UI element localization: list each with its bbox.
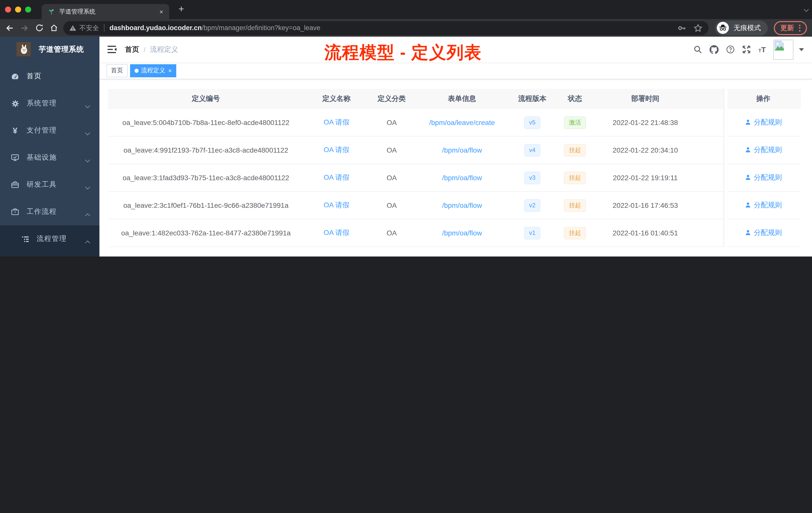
sidebar-item-label: 工作流程 xyxy=(27,207,57,216)
form-info-link[interactable]: /bpm/oa/flow xyxy=(414,229,510,237)
form-info-link[interactable]: /bpm/oa/flow xyxy=(414,201,510,209)
version-badge[interactable]: v5 xyxy=(510,116,555,129)
status-badge: 挂起 xyxy=(555,172,595,184)
home-icon[interactable] xyxy=(50,24,58,32)
sidebar-item-label: 系统管理 xyxy=(27,99,57,108)
forward-icon[interactable] xyxy=(20,23,29,32)
tree-list-icon xyxy=(20,235,30,243)
minimize-window-button[interactable] xyxy=(15,6,21,12)
browser-tab[interactable]: 芋道管理系统 × xyxy=(42,4,169,19)
address-bar[interactable]: 不安全 dashboard.yudao.iocoder.cn/bpm/manag… xyxy=(63,21,708,35)
user-icon xyxy=(745,147,751,153)
update-label[interactable]: 更新 xyxy=(780,23,794,32)
breadcrumb-home[interactable]: 首页 xyxy=(125,45,139,54)
favicon-sprout-icon xyxy=(48,8,55,15)
tag-item[interactable]: 首页 xyxy=(107,64,127,77)
version-badge[interactable]: v4 xyxy=(510,144,555,156)
form-info-link[interactable]: /bpm/oa/leave/create xyxy=(414,118,510,126)
form-info-link[interactable]: /bpm/oa/flow xyxy=(414,174,510,182)
col-definition-category: 定义分类 xyxy=(369,94,414,103)
close-window-button[interactable] xyxy=(5,6,11,12)
incognito-label: 无痕模式 xyxy=(734,23,761,32)
sidebar-item-monitor[interactable]: 基础设施 xyxy=(0,144,99,171)
assign-rule-link[interactable]: 分配规则 xyxy=(726,146,801,155)
status-badge: 挂起 xyxy=(555,227,595,239)
dashboard-icon xyxy=(10,72,20,80)
assign-rule-link[interactable]: 分配规则 xyxy=(726,201,801,210)
bookmark-star-icon[interactable] xyxy=(694,23,702,32)
definition-id-cell: oa_leave:3:1fad3d93-7b75-11ec-a3c8-acde4… xyxy=(108,174,304,182)
url-host[interactable]: dashboard.yudao.iocoder.cn xyxy=(110,24,202,32)
logo-row[interactable]: 芋道管理系统 xyxy=(0,37,99,62)
sidebar-item-toolbox[interactable]: 研发工具 xyxy=(0,171,99,198)
tab-search-chevron-icon[interactable] xyxy=(805,6,808,16)
browser-menu-icon[interactable] xyxy=(799,24,801,31)
assign-rule-link[interactable]: 分配规则 xyxy=(726,118,801,127)
assign-rule-link[interactable]: 分配规则 xyxy=(726,229,801,238)
sidebar-item-briefcase[interactable]: 工作流程 xyxy=(0,198,99,225)
definition-id-cell: oa_leave:2:3c1f0ef1-76b1-11ec-9c66-a2380… xyxy=(108,201,304,209)
content: 定义编号 定义名称 定义分类 表单信息 流程版本 状态 部署时间 操作 oa_l… xyxy=(99,79,812,256)
search-icon[interactable] xyxy=(694,45,702,54)
col-deploy-time: 部署时间 xyxy=(595,94,696,103)
sidebar-item-gear[interactable]: 系统管理 xyxy=(0,90,99,117)
active-dot xyxy=(135,68,139,72)
maximize-window-button[interactable] xyxy=(25,6,31,12)
monitor-icon xyxy=(10,154,20,162)
reload-icon[interactable] xyxy=(35,24,44,32)
new-tab-button[interactable]: + xyxy=(175,2,188,16)
version-badge[interactable]: v3 xyxy=(510,172,555,184)
breadcrumb: 首页 / 流程定义 xyxy=(125,45,178,54)
app-title: 芋道管理系统 xyxy=(39,44,84,54)
help-icon[interactable] xyxy=(726,45,735,54)
deploy-time-cell: 2022-01-22 21:48:38 xyxy=(595,118,696,126)
sidebar-item-dashboard[interactable]: 首页 xyxy=(0,63,99,90)
version-badge[interactable]: v2 xyxy=(510,199,555,212)
hamburger-icon[interactable] xyxy=(108,45,121,54)
tag-close-icon[interactable]: × xyxy=(168,67,172,73)
browser-update-button[interactable]: 更新 xyxy=(774,21,807,35)
user-icon xyxy=(745,230,751,236)
status-badge: 挂起 xyxy=(555,199,595,212)
tags-view: 首页流程定义× xyxy=(99,62,812,79)
incognito-badge: 无痕模式 xyxy=(715,20,768,35)
avatar-dropdown-caret-icon[interactable] xyxy=(799,48,804,51)
browser-toolbar: 不安全 dashboard.yudao.iocoder.cn/bpm/manag… xyxy=(0,19,812,37)
not-secure-warning-icon[interactable] xyxy=(69,24,76,31)
definition-name-link[interactable]: OA 请假 xyxy=(304,118,369,127)
passkey-icon[interactable] xyxy=(677,23,687,32)
table-header-row: 定义编号 定义名称 定义分类 表单信息 流程版本 状态 部署时间 操作 xyxy=(108,89,801,109)
tag-active[interactable]: 流程定义× xyxy=(130,64,176,77)
breadcrumb-current: 流程定义 xyxy=(150,45,178,54)
tab-title: 芋道管理系统 xyxy=(59,7,158,16)
browser-tabstrip: 芋道管理系统 × + xyxy=(0,0,812,19)
security-label[interactable]: 不安全 xyxy=(79,23,99,32)
main-area: 首页 / 流程定义 流程模型 - 定义列表 TT 首页流程定义 xyxy=(99,37,812,256)
chevron-up-icon xyxy=(86,239,89,247)
breadcrumb-separator: / xyxy=(144,46,146,54)
toolbox-icon xyxy=(10,181,20,189)
url-path[interactable]: /bpm/manager/definition?key=oa_leave xyxy=(202,24,320,32)
avatar[interactable] xyxy=(773,39,793,59)
definition-category-cell: OA xyxy=(369,201,414,209)
fullscreen-icon[interactable] xyxy=(743,45,751,54)
back-icon[interactable] xyxy=(5,23,14,32)
github-icon[interactable] xyxy=(710,45,719,54)
definition-name-link[interactable]: OA 请假 xyxy=(304,201,369,210)
definition-name-link[interactable]: OA 请假 xyxy=(304,173,369,182)
font-size-icon[interactable]: TT xyxy=(758,45,766,54)
assign-rule-link[interactable]: 分配规则 xyxy=(726,173,801,182)
chevron-down-icon xyxy=(86,185,89,193)
chevron-down-icon xyxy=(86,103,89,112)
sidebar-item-tree-list[interactable]: 流程管理 xyxy=(0,225,99,252)
sidebar-item-yen[interactable]: ¥支付管理 xyxy=(0,117,99,144)
form-info-link[interactable]: /bpm/oa/flow xyxy=(414,146,510,154)
tab-close-icon[interactable]: × xyxy=(158,8,164,15)
col-process-version: 流程版本 xyxy=(510,94,555,103)
sidebar-item-form-edit[interactable]: 流程表单 xyxy=(0,252,99,256)
definition-name-link[interactable]: OA 请假 xyxy=(304,229,369,237)
definition-name-link[interactable]: OA 请假 xyxy=(304,146,369,155)
traffic-lights[interactable] xyxy=(5,6,31,12)
sidebar-item-label: 基础设施 xyxy=(27,153,57,162)
version-badge[interactable]: v1 xyxy=(510,227,555,239)
